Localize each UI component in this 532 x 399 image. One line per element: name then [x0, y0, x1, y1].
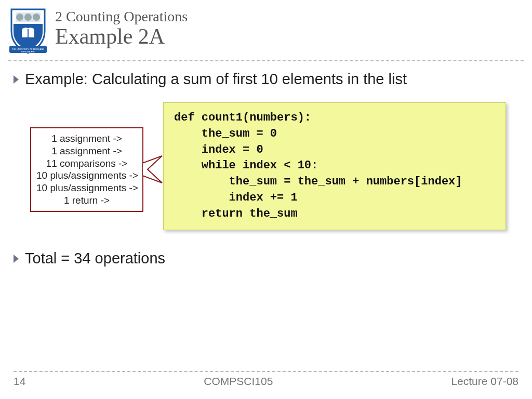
- bullet-triangle-icon: [14, 255, 20, 265]
- slide-subtitle: 2 Counting Operations: [55, 8, 518, 25]
- lecture-number: Lecture 07-08: [451, 375, 518, 388]
- course-code: COMPSCI105: [204, 375, 273, 388]
- operations-callout: 1 assignment -> 1 assignment -> 11 compa…: [30, 127, 143, 212]
- code-block: def count1(numbers): the_sum = 0 index =…: [163, 102, 506, 230]
- content-row: 1 assignment -> 1 assignment -> 11 compa…: [14, 102, 518, 230]
- bullet-text: Total = 34 operations: [25, 250, 165, 267]
- page-number: 14: [14, 375, 25, 388]
- title-block: 2 Counting Operations Example 2A: [55, 7, 518, 49]
- svg-text:THE UNIVERSITY OF AUCKLAND: THE UNIVERSITY OF AUCKLAND: [12, 48, 44, 50]
- callout-line: 1 assignment ->: [36, 132, 137, 145]
- footer: 14 COMPSCI105 Lecture 07-08: [0, 371, 532, 388]
- svg-point-1: [16, 14, 23, 21]
- bullet-triangle-icon: [14, 75, 20, 86]
- svg-marker-9: [14, 75, 19, 84]
- bullet-text: Example: Calculating a sum of first 10 e…: [25, 71, 407, 88]
- bullet-item: Example: Calculating a sum of first 10 e…: [14, 71, 518, 88]
- svg-point-3: [33, 14, 40, 21]
- body: Example: Calculating a sum of first 10 e…: [0, 61, 532, 267]
- university-logo: THE UNIVERSITY OF AUCKLAND NEW ZEALAND: [8, 7, 48, 55]
- svg-marker-10: [142, 156, 162, 183]
- header: THE UNIVERSITY OF AUCKLAND NEW ZEALAND 2…: [0, 0, 532, 60]
- callout-line: 10 plus/assignments ->: [36, 169, 137, 182]
- callout-line: 1 assignment ->: [36, 145, 137, 157]
- callout-line: 1 return ->: [36, 194, 137, 207]
- svg-point-2: [24, 14, 32, 21]
- slide-title: Example 2A: [55, 24, 518, 49]
- svg-marker-11: [14, 255, 19, 263]
- bullet-item: Total = 34 operations: [14, 250, 518, 267]
- callout-arrow-icon: [142, 154, 164, 185]
- footer-divider: [14, 371, 518, 372]
- slide: THE UNIVERSITY OF AUCKLAND NEW ZEALAND 2…: [0, 0, 532, 399]
- callout-line: 11 comparisons ->: [36, 157, 137, 170]
- footer-row: 14 COMPSCI105 Lecture 07-08: [14, 375, 518, 388]
- svg-text:NEW ZEALAND: NEW ZEALAND: [21, 51, 35, 53]
- callout-line: 10 plus/assignments ->: [36, 182, 137, 194]
